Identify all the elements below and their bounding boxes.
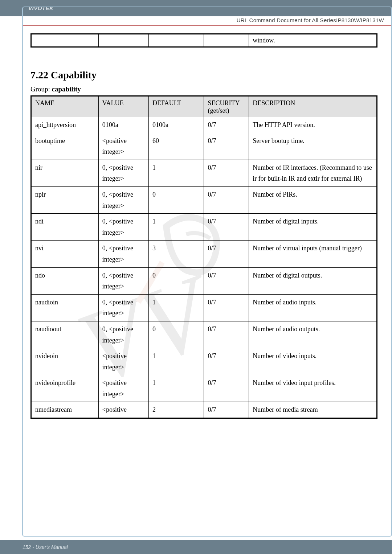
cell-value: 0, <positive integer> (98, 267, 148, 294)
footer-bar: 152 - User's Manual (0, 540, 392, 554)
cell-default: 1 (149, 375, 204, 402)
cell-description: Number of digital inputs. (249, 214, 377, 241)
table-row: ndi0, <positive integer>10/7Number of di… (31, 214, 377, 241)
cell-default: 1 (149, 160, 204, 186)
cell-default: 60 (149, 133, 204, 160)
table-row: npir0, <positive integer>00/7Number of P… (31, 186, 377, 213)
cell-description: Number of media stream (249, 402, 377, 418)
cell-description: Number of virtual inputs (manual trigger… (249, 241, 377, 267)
group-prefix: Group: (30, 85, 52, 93)
cell-security: 0/7 (204, 160, 249, 186)
col-header-value: VALUE (98, 96, 148, 117)
table-row: api_httpversion0100a0100a0/7The HTTP API… (31, 117, 377, 133)
cell-description: Number of audio inputs. (249, 294, 377, 321)
cell-name: nvi (31, 241, 99, 267)
cell-description: Number of digital outputs. (249, 267, 377, 294)
cell-security: 0/7 (204, 375, 249, 402)
cell-name: api_httpversion (31, 117, 99, 133)
col-header-description: DESCRIPTION (249, 96, 377, 117)
cell-security: 0/7 (204, 294, 249, 321)
cell-value: <positive integer> (98, 375, 148, 402)
table-row: naudioin0, <positive integer>10/7Number … (31, 294, 377, 321)
cell-empty (98, 34, 148, 47)
cell-value: 0, <positive integer> (98, 241, 148, 267)
cell-name: naudioout (31, 321, 99, 348)
table-row: window. (31, 34, 377, 47)
cell-empty (31, 34, 99, 47)
col-header-default: DEFAULT (149, 96, 204, 117)
cell-name: ndi (31, 214, 99, 241)
cell-description: Number of video input profiles. (249, 375, 377, 402)
cell-value: 0, <positive integer> (98, 321, 148, 348)
cell-value: <positive integer> (98, 133, 148, 160)
table-row: nvideoin<positive integer>10/7Number of … (31, 348, 377, 375)
cell-name: nmediastream (31, 402, 99, 418)
group-label: Group: capability (30, 85, 377, 93)
table-row: nvi0, <positive integer>30/7Number of vi… (31, 241, 377, 267)
cell-name: naudioin (31, 294, 99, 321)
table-header-row: NAME VALUE DEFAULT SECURITY (get/set) DE… (31, 96, 377, 117)
table-row: naudioout0, <positive integer>00/7Number… (31, 321, 377, 348)
cell-name: ndo (31, 267, 99, 294)
cell-security: 0/7 (204, 186, 249, 213)
cell-name: nir (31, 160, 99, 186)
cell-value: 0100a (98, 117, 148, 133)
cell-description: Number of video inputs. (249, 348, 377, 375)
cell-security: 0/7 (204, 133, 249, 160)
cell-value: 0, <positive integer> (98, 294, 148, 321)
cell-description: Number of IR interfaces. (Recommand to u… (249, 160, 377, 186)
table-row: nvideoinprofile<positive integer>10/7Num… (31, 375, 377, 402)
cell-security: 0/7 (204, 214, 249, 241)
group-name: capability (52, 85, 81, 93)
cell-description: The HTTP API version. (249, 117, 377, 133)
table-row: ndo0, <positive integer>00/7Number of di… (31, 267, 377, 294)
cell-default: 1 (149, 348, 204, 375)
carryover-table: window. (30, 33, 377, 48)
cell-name: nvideoinprofile (31, 375, 99, 402)
cell-default: 2 (149, 402, 204, 418)
cell-default: 1 (149, 214, 204, 241)
section-heading: 7.22 Capability (30, 69, 377, 81)
col-header-security: SECURITY (get/set) (204, 96, 249, 117)
cell-security: 0/7 (204, 267, 249, 294)
cell-default: 3 (149, 241, 204, 267)
cell-security: 0/7 (204, 348, 249, 375)
col-header-name: NAME (31, 96, 99, 117)
cell-value: 0, <positive integer> (98, 214, 148, 241)
cell-empty (204, 34, 249, 47)
cell-security: 0/7 (204, 241, 249, 267)
cell-default: 0 (149, 267, 204, 294)
cell-carryover: window. (249, 34, 377, 47)
cell-name: nvideoin (31, 348, 99, 375)
table-row: nir0, <positive integer>10/7Number of IR… (31, 160, 377, 186)
cell-security: 0/7 (204, 117, 249, 133)
cell-description: Number of PIRs. (249, 186, 377, 213)
cell-value: <positive (98, 402, 148, 418)
table-row: nmediastream<positive20/7Number of media… (31, 402, 377, 418)
cell-security: 0/7 (204, 321, 249, 348)
cell-default: 0 (149, 321, 204, 348)
cell-security: 0/7 (204, 402, 249, 418)
cell-description: Server bootup time. (249, 133, 377, 160)
table-row: bootuptime<positive integer>600/7Server … (31, 133, 377, 160)
cell-value: 0, <positive integer> (98, 160, 148, 186)
page-content: window. 7.22 Capability Group: capabilit… (30, 33, 377, 419)
cell-value: 0, <positive integer> (98, 186, 148, 213)
cell-empty (149, 34, 204, 47)
footer-page-label: 152 - User's Manual (23, 544, 68, 550)
cell-value: <positive integer> (98, 348, 148, 375)
cell-default: 0 (149, 186, 204, 213)
cell-name: npir (31, 186, 99, 213)
cell-description: Number of audio outputs. (249, 321, 377, 348)
cell-default: 1 (149, 294, 204, 321)
cell-name: bootuptime (31, 133, 99, 160)
cell-default: 0100a (149, 117, 204, 133)
capability-table: NAME VALUE DEFAULT SECURITY (get/set) DE… (30, 95, 377, 419)
